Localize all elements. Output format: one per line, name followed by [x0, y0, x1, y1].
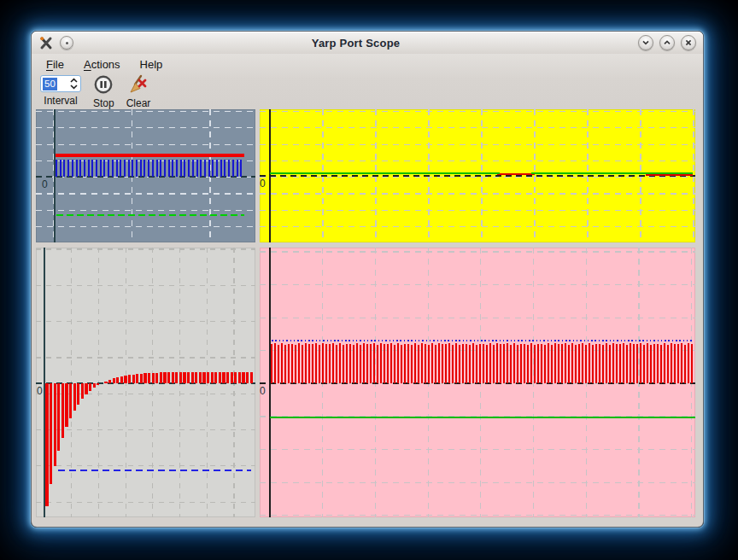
- clear-button[interactable]: Clear: [126, 74, 151, 109]
- series-blue-pulse-bars-bar: [120, 160, 121, 177]
- stop-button[interactable]: Stop: [93, 74, 114, 109]
- series-red-pulse-train-bar: [462, 344, 464, 383]
- series-red-pulse-train-bar: [411, 345, 413, 383]
- series-blue-pulse-bars-bar: [140, 160, 142, 177]
- series-red-pulse-train-bar: [291, 344, 293, 383]
- series-red-pulse-train-bar: [619, 344, 621, 383]
- series-red-pulse-train-bar: [448, 343, 450, 383]
- series-blue-pulse-bars-bar: [60, 160, 62, 177]
- series-red-exponential-bars-bar: [101, 383, 103, 384]
- series-red-exponential-bars-bar: [113, 378, 115, 383]
- series-red-pulse-train-bar: [377, 345, 378, 383]
- series-red-exponential-bars-bar: [222, 372, 225, 383]
- plot-canvas-bottom-left: [36, 248, 255, 517]
- series-red-pulse-train-bar: [431, 343, 433, 383]
- series-blue-pulse-bars-bar: [240, 160, 242, 177]
- series-red-pulse-train-bar: [380, 343, 382, 383]
- series-red-pulse-train-bar: [483, 344, 484, 383]
- series-red-pulse-train-bar: [322, 343, 324, 383]
- series-red-pulse-train-bar: [667, 345, 669, 383]
- series-blue-pulse-bars-bar: [224, 160, 226, 177]
- series-red-pulse-train-bar: [425, 344, 426, 383]
- series-red-exponential-bars-bar: [89, 383, 91, 391]
- series-red-pulse-train-bar: [479, 344, 481, 383]
- series-red-pulse-train-bar: [370, 344, 372, 383]
- series-red-pulse-train-bar: [503, 344, 505, 383]
- series-blue-pulse-bars-bar: [208, 160, 210, 177]
- maximize-button[interactable]: [659, 35, 675, 50]
- series-blue-pulse-bars-bar: [172, 160, 173, 177]
- series-blue-pulse-bars-bar: [188, 160, 190, 177]
- close-button[interactable]: [681, 35, 696, 50]
- series-red-pulse-train-bar: [612, 343, 614, 383]
- series-red-exponential-bars-bar: [160, 372, 162, 383]
- series-red-pulse-train-bar: [336, 345, 337, 383]
- zero-tick-label: 0: [260, 386, 266, 396]
- series-red-pulse-train-bar: [507, 343, 508, 383]
- plots-grid: 0000: [36, 109, 695, 517]
- series-blue-pulse-bars-bar: [112, 160, 114, 177]
- series-red-exponential-bars-bar: [250, 372, 253, 383]
- series-red-pulse-train-bar: [606, 343, 607, 383]
- series-blue-pulse-bars-bar: [180, 160, 182, 177]
- menubar: FileActionsHelp: [32, 54, 703, 74]
- series-blue-pulse-bars-bar: [116, 160, 118, 177]
- series-red-pulse-train-bar: [312, 344, 313, 383]
- series-red-pulse-train-bar: [677, 344, 679, 383]
- series-red-pulse-train-bar: [520, 344, 522, 383]
- clear-label: Clear: [126, 97, 151, 109]
- series-blue-pulse-bars-bar: [176, 160, 178, 177]
- menu-item-actions[interactable]: Actions: [78, 56, 126, 73]
- menu-item-file[interactable]: File: [40, 56, 70, 73]
- plot-canvas-bottom-right: [260, 248, 695, 517]
- series-red-pulse-train-bar: [660, 345, 662, 383]
- chevron-down-icon[interactable]: [71, 85, 77, 88]
- series-red-pulse-train-bar: [384, 344, 385, 383]
- series-red-pulse-train-bar: [500, 344, 501, 383]
- plot-canvas-top-left: [36, 109, 255, 242]
- series-red-pulse-train-bar: [561, 344, 563, 383]
- series-red-pulse-train-bar: [657, 344, 659, 383]
- series-red-exponential-bars-bar: [132, 375, 135, 383]
- series-red-pulse-train-bar: [527, 345, 529, 383]
- window-title: Yarp Port Scope: [73, 37, 638, 50]
- series-red-pulse-train-bar: [315, 343, 317, 383]
- series-red-pulse-train-bar: [356, 343, 358, 383]
- series-red-exponential-bars-bar: [148, 373, 150, 383]
- series-red-exponential-bars-bar: [120, 376, 123, 383]
- series-red-exponential-bars-bar: [242, 372, 244, 383]
- titlebar[interactable]: Yarp Port Scope: [32, 32, 703, 54]
- interval-value[interactable]: 50: [43, 78, 57, 90]
- series-blue-pulse-bars-bar: [72, 160, 73, 177]
- series-red-pulse-train-bar: [568, 345, 570, 383]
- series-red-exponential-bars-bar: [191, 372, 194, 383]
- series-red-exponential-bars-bar: [97, 383, 99, 385]
- series-red-exponential-bars-bar: [202, 372, 205, 383]
- series-red-pulse-train-bar: [565, 343, 566, 383]
- chevron-up-icon[interactable]: [71, 79, 77, 82]
- series-red-pulse-train-bar: [305, 343, 307, 383]
- series-red-exponential-bars-bar: [195, 372, 197, 383]
- series-blue-pulse-bars-bar: [144, 160, 145, 177]
- series-red-exponential-bars-bar: [226, 372, 229, 383]
- interval-spinbox[interactable]: 50: [40, 75, 81, 92]
- menu-item-help[interactable]: Help: [134, 56, 169, 73]
- crossed-tools-icon[interactable]: [38, 35, 54, 50]
- series-blue-pulse-bars-bar: [216, 160, 218, 177]
- series-red-pulse-train-bar: [537, 344, 539, 383]
- minimize-button[interactable]: [638, 35, 653, 50]
- spin-stepper[interactable]: [69, 78, 79, 90]
- series-red-pulse-train-bar: [418, 345, 419, 383]
- series-blue-pulse-bars-bar: [232, 160, 234, 177]
- series-red-pulse-train-bar: [640, 343, 641, 383]
- series-red-exponential-bars-bar: [128, 375, 131, 383]
- series-red-exponential-bars-bar: [214, 372, 217, 383]
- series-red-pulse-train-bar: [421, 343, 423, 383]
- window-menu-dot-button[interactable]: [60, 36, 73, 50]
- series-red-pulse-train-bar: [671, 343, 672, 383]
- pause-circle-icon: [93, 74, 114, 95]
- series-red-pulse-train-bar: [401, 345, 402, 383]
- zero-tick-label: 0: [37, 386, 43, 396]
- series-red-pulse-train-bar: [544, 345, 546, 383]
- series-red-exponential-bars-bar: [144, 373, 146, 383]
